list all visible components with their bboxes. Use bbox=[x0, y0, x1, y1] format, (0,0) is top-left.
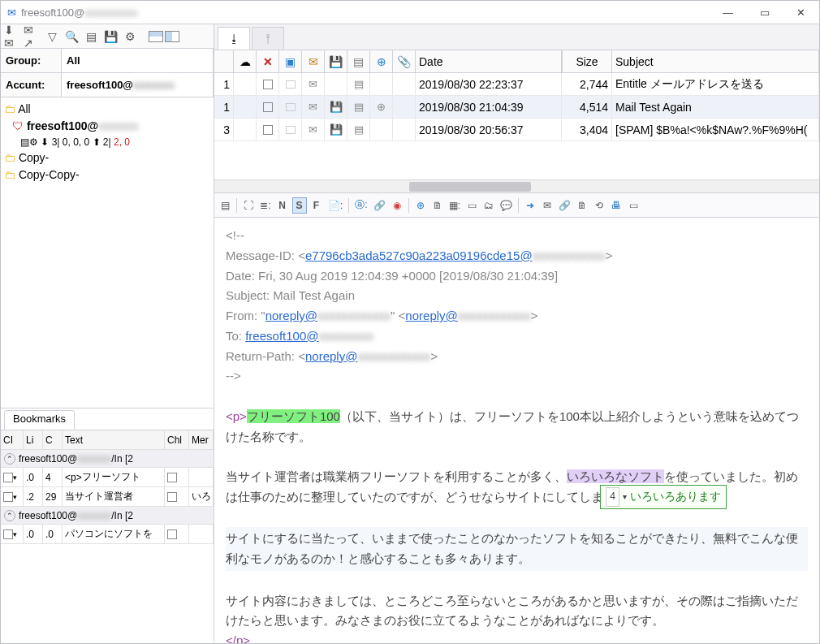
titlebar: ✉ freesoft100@xxxxxxxxxx — ▭ ✕ bbox=[1, 1, 819, 24]
globe-icon[interactable]: ⊕ bbox=[413, 197, 428, 214]
account-value[interactable]: freesoft100@xxxxxxx bbox=[62, 73, 214, 97]
a-icon[interactable]: ⓐ: bbox=[353, 197, 369, 214]
cloud-icon[interactable]: ☁ bbox=[240, 55, 251, 68]
collapse-icon[interactable]: ⌃ bbox=[4, 453, 15, 465]
collapse-icon[interactable]: ⌃ bbox=[4, 510, 15, 521]
window-title: freesoft100@ bbox=[21, 6, 84, 19]
message-body[interactable]: <!-- Message-ID: <e7796cb3ada527c90a223a… bbox=[214, 218, 819, 643]
attach-icon[interactable]: 📎 bbox=[397, 55, 411, 68]
maximize-button[interactable]: ▭ bbox=[746, 1, 783, 24]
close-button[interactable]: ✕ bbox=[783, 1, 819, 24]
bookmark-row[interactable]: ▾ .0 .0 パソコンにソフトを bbox=[1, 525, 214, 544]
search-icon[interactable]: 🔍 bbox=[63, 28, 80, 45]
bookmark-row[interactable]: ▾ .2 29 当サイト運営者 いろ bbox=[1, 487, 214, 507]
col-size[interactable]: Size bbox=[562, 50, 612, 73]
bookmark-row[interactable]: ▾ .0 4 <p>フリーソフト bbox=[1, 468, 214, 487]
message-row[interactable]: 1✉▤2019/08/30 22:23:372,744Entitle メールアド… bbox=[214, 73, 819, 96]
message-row[interactable]: 3✉💾▤2019/08/30 20:56:373,404[SPAM] $B%a!… bbox=[214, 119, 819, 141]
card-icon[interactable]: ▭ bbox=[626, 197, 641, 214]
stack-icon[interactable]: 🗂 bbox=[481, 197, 496, 214]
message-list-header: ☁ ✕ ▣ ✉ 💾 ▤ ⊕ 📎 Date Size Subject bbox=[214, 50, 819, 73]
bookmark-group[interactable]: ⌃freesoft100@xxxxxxx/In [2 bbox=[1, 507, 214, 525]
format-icon[interactable]: 📄: bbox=[326, 197, 344, 214]
col-subject[interactable]: Subject bbox=[612, 50, 819, 73]
grid-icon[interactable]: ▦: bbox=[447, 197, 462, 214]
id-icon[interactable]: 🗎 bbox=[430, 197, 445, 214]
save-icon[interactable]: 💾 bbox=[101, 28, 119, 45]
viewer-toolbar: ▤ ⛶ ≣: N S F 📄: ⓐ: 🔗 ◉ ⊕ 🗎 ▦: ▭ 🗂 💬 bbox=[214, 193, 819, 218]
mail-icon[interactable]: ✉ bbox=[540, 197, 555, 214]
flag-icon[interactable]: ▣ bbox=[285, 55, 296, 68]
tab-upload[interactable]: ⭱ bbox=[252, 27, 284, 50]
disk-icon[interactable]: ▤ bbox=[82, 28, 100, 45]
layout-vertical-icon[interactable] bbox=[165, 31, 179, 42]
page-icon[interactable]: 🗎 bbox=[575, 197, 589, 214]
filter-icon[interactable]: ▽ bbox=[43, 28, 61, 45]
folder-icon: 🗀 bbox=[4, 151, 15, 164]
group-value[interactable]: All bbox=[62, 49, 214, 73]
download-icon: ⭳ bbox=[229, 32, 240, 45]
doc-icon[interactable]: ▤ bbox=[353, 55, 364, 68]
gear-icon[interactable]: ⚙ bbox=[121, 28, 139, 45]
envelope-icon[interactable]: ✉ bbox=[309, 55, 318, 68]
go-icon[interactable]: ➜ bbox=[523, 197, 537, 214]
globe-icon[interactable]: ⊕ bbox=[377, 55, 386, 68]
chat-icon[interactable]: 💬 bbox=[498, 197, 514, 214]
bookmark-group[interactable]: ⌃freesoft100@xxxxxxx/In [2 bbox=[1, 450, 214, 468]
tab-download[interactable]: ⭳ bbox=[218, 27, 250, 50]
app-icon: ✉ bbox=[7, 6, 16, 19]
stat-icons: ▤⚙ ⬇ bbox=[20, 136, 49, 148]
window-icon[interactable]: ▭ bbox=[464, 197, 479, 214]
col-date[interactable]: Date bbox=[416, 50, 562, 73]
print-icon[interactable]: 🖶 bbox=[609, 197, 624, 214]
send-mail-icon[interactable]: ✉↗ bbox=[24, 28, 41, 45]
shield-icon: 🛡 bbox=[12, 119, 24, 132]
lines-icon[interactable]: ≣: bbox=[258, 197, 273, 214]
mode-n[interactable]: N bbox=[275, 197, 290, 214]
chain-icon[interactable]: 🔗 bbox=[557, 197, 572, 214]
mode-f[interactable]: F bbox=[309, 197, 324, 214]
upload-icon: ⬆ bbox=[93, 136, 101, 148]
menu-icon[interactable]: ▤ bbox=[218, 197, 232, 214]
download-mail-icon[interactable]: ⬇✉ bbox=[4, 28, 22, 45]
expand-icon[interactable]: ⛶ bbox=[241, 197, 256, 214]
left-toolbar: ⬇✉ ✉↗ ▽ 🔍 ▤ 💾 ⚙ bbox=[1, 24, 214, 49]
save-icon[interactable]: 💾 bbox=[329, 55, 343, 68]
account-label: Accunt: bbox=[1, 73, 62, 97]
group-label: Group: bbox=[1, 49, 62, 73]
horizontal-scrollbar[interactable] bbox=[214, 179, 819, 192]
refresh-icon[interactable]: ⟲ bbox=[592, 197, 606, 214]
upload-icon: ⭱ bbox=[263, 32, 274, 45]
layout-horizontal-icon[interactable] bbox=[149, 31, 163, 42]
tooltip: 4▾ いろいろあります bbox=[600, 485, 727, 509]
minimize-button[interactable]: — bbox=[710, 1, 746, 24]
bookmarks-tab[interactable]: Bookmarks bbox=[4, 410, 75, 430]
folder-icon: 🗀 bbox=[4, 102, 15, 115]
x-icon[interactable]: ✕ bbox=[263, 55, 273, 68]
folder-tree[interactable]: 🗀 All 🛡 freesoft100@xxxxxxx ▤⚙ ⬇ 3| 0, 0… bbox=[1, 97, 214, 408]
link-icon[interactable]: 🔗 bbox=[372, 197, 387, 214]
folder-icon: 🗀 bbox=[4, 168, 15, 181]
mode-s[interactable]: S bbox=[292, 197, 307, 214]
message-row[interactable]: 1✉💾▤⊕2019/08/30 21:04:394,514Mail Test A… bbox=[214, 96, 819, 119]
red-icon[interactable]: ◉ bbox=[390, 197, 404, 214]
